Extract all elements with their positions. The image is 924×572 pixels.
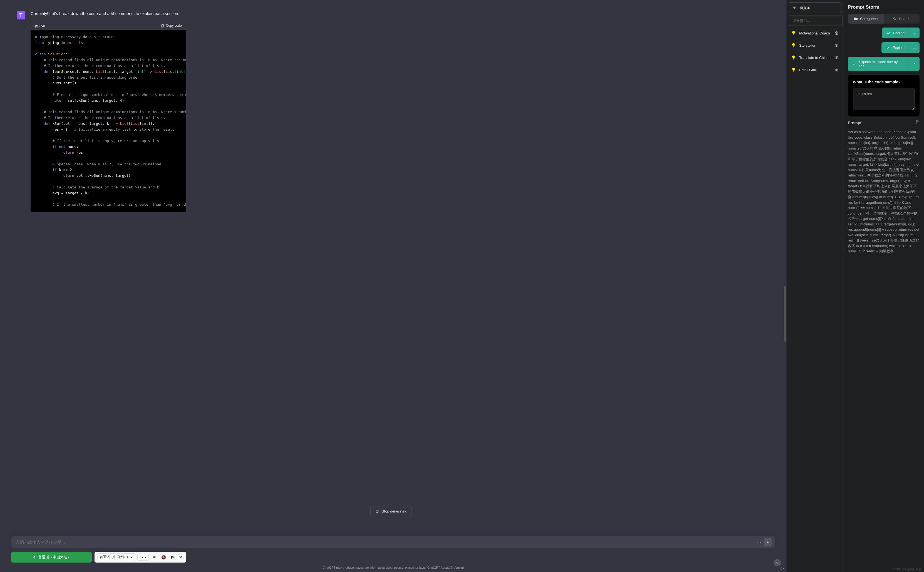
mic-icon: [32, 555, 36, 559]
code-header: python Copy code: [31, 22, 186, 30]
voice-control-row: 普通话（中国大陆） 普通话（中国大陆） ▾ 1x ▾ ◾ 🔇 🗣 ✉: [11, 552, 775, 563]
bulb-icon: 💡: [791, 68, 796, 72]
disclaimer: ChatGPT may produce inaccurate informati…: [11, 566, 775, 569]
plus-icon: +: [793, 5, 796, 10]
prompt-sidebar: + 新提示 ⚡ 💡 Motivational Coach 🗑 💡 Storyte…: [786, 0, 843, 572]
mail-button[interactable]: ✉: [177, 554, 183, 561]
chat-main-area: T Certainly! Let's break down the code a…: [0, 0, 786, 572]
stop-icon: [375, 510, 379, 513]
explain-line-dropdown[interactable]: ⌄: [909, 57, 919, 71]
chat-input[interactable]: [11, 536, 775, 549]
code-sample-panel: What is the code sample?: [848, 75, 919, 117]
code-lang-label: python: [35, 23, 45, 28]
prompt-label-row: Prompt:: [848, 120, 919, 125]
folder-icon: [854, 17, 858, 21]
category-search-toggle: Categories Search: [848, 14, 919, 23]
code-block: python Copy code # Importing necessary d…: [31, 22, 186, 212]
trash-icon[interactable]: 🗑: [835, 31, 838, 35]
code-sample-question: What is the code sample?: [853, 80, 915, 84]
search-tab[interactable]: Search: [884, 14, 919, 23]
prompt-item-label: Storyteller: [799, 44, 815, 48]
svg-rect-0: [376, 510, 378, 512]
version-link[interactable]: ChatGPT August 3 Version: [427, 566, 464, 569]
prompt-item-storyteller[interactable]: 💡 Storyteller 🗑: [789, 40, 841, 50]
mute-button[interactable]: 🔇: [160, 554, 167, 561]
search-icon: [893, 17, 897, 21]
check-icon: [886, 46, 890, 50]
stop-generating-label: Stop generating: [382, 509, 407, 513]
bulb-icon: 💡: [791, 31, 796, 35]
chevron-down-icon: ▾: [145, 555, 146, 559]
clipboard-icon: [160, 23, 164, 28]
prompt-storm-title: Prompt Storm: [848, 5, 919, 10]
stop-generating-button[interactable]: Stop generating: [370, 506, 412, 516]
check-icon: [887, 31, 890, 35]
lang-select[interactable]: 普通话（中国大陆） ▾: [97, 553, 135, 561]
copy-code-button[interactable]: Copy code: [160, 23, 182, 28]
prompt-caret: >: [781, 566, 784, 570]
prompt-text: Act as a software engineer. Please expla…: [848, 129, 919, 254]
chat-input-wrap: ⋯: [11, 536, 775, 549]
send-button[interactable]: [764, 538, 772, 546]
chevron-down-icon: ⌄: [913, 60, 916, 65]
coding-dropdown[interactable]: ⌄: [909, 28, 919, 38]
input-more-button[interactable]: ⋯: [756, 539, 761, 545]
chevron-down-icon: ▾: [131, 555, 132, 559]
search-prompt-row: ⚡: [789, 16, 841, 26]
code-sample-textarea[interactable]: [853, 88, 915, 110]
trash-icon[interactable]: 🗑: [835, 68, 838, 72]
lang-panel: 普通话（中国大陆） ▾ 1x ▾ ◾ 🔇 🗣 ✉: [95, 552, 186, 563]
explain-button[interactable]: Explain ⌄: [882, 42, 919, 53]
copy-code-label: Copy code: [166, 23, 182, 28]
prompt-label: Prompt:: [848, 121, 863, 125]
mic-button[interactable]: 普通话（中国大陆）: [11, 552, 92, 563]
new-prompt-button[interactable]: + 新提示: [789, 2, 841, 13]
new-prompt-label: 新提示: [800, 5, 810, 10]
assistant-avatar: T: [17, 11, 25, 19]
speaker-button[interactable]: 🗣: [169, 554, 176, 561]
prompt-item-label: Translate to Chinese: [799, 56, 832, 60]
stop-audio-button[interactable]: ◾: [151, 554, 158, 561]
scrollbar-thumb[interactable]: [784, 286, 786, 342]
prompt-item-motivational[interactable]: 💡 Motivational Coach 🗑: [789, 28, 841, 38]
prompt-item-label: Email Guru: [799, 68, 817, 72]
prompt-item-label: Motivational Coach: [799, 31, 830, 35]
chat-scroll: T Certainly! Let's break down the code a…: [0, 0, 786, 572]
assistant-message: T Certainly! Let's break down the code a…: [0, 6, 786, 218]
coding-button[interactable]: Coding ⌄: [882, 28, 919, 38]
arrow-down-icon: [766, 540, 770, 544]
explain-dropdown[interactable]: ⌄: [909, 42, 919, 53]
bulb-icon: 💡: [791, 43, 796, 48]
chat-bottom-area: ⋯ 普通话（中国大陆） 普通话（中国大陆） ▾ 1x ▾ ◾ 🔇: [0, 530, 786, 572]
chevron-down-icon: ⌄: [913, 31, 916, 35]
speed-select[interactable]: 1x ▾: [137, 554, 149, 561]
prompt-item-translate[interactable]: 💡 Translate to Chinese 🗑: [789, 53, 841, 62]
clipboard-icon: [916, 120, 919, 124]
categories-tab[interactable]: Categories: [848, 14, 884, 23]
prompt-item-email[interactable]: 💡 Email Guru 🗑: [789, 65, 841, 75]
message-intro: Certainly! Let's break down the code and…: [31, 11, 770, 16]
code-content: # Importing necessary data structures fr…: [31, 30, 186, 212]
prompt-storm-sidebar: Prompt Storm Categories Search Coding ⌄ …: [843, 0, 924, 572]
trash-icon[interactable]: 🗑: [835, 55, 838, 60]
message-body: Certainly! Let's break down the code and…: [31, 11, 770, 212]
search-prompt-input[interactable]: [789, 16, 843, 26]
explain-line-button[interactable]: Explain this code line by line. ⌄: [848, 57, 919, 71]
help-button[interactable]: ?: [774, 559, 781, 566]
bulb-icon: 💡: [791, 55, 796, 60]
mic-label: 普通话（中国大陆）: [38, 555, 71, 560]
copy-prompt-button[interactable]: [916, 120, 919, 125]
check-icon: [852, 62, 856, 66]
chevron-down-icon: ⌄: [913, 45, 916, 50]
trash-icon[interactable]: 🗑: [835, 43, 838, 48]
scrollbar[interactable]: [784, 0, 786, 572]
